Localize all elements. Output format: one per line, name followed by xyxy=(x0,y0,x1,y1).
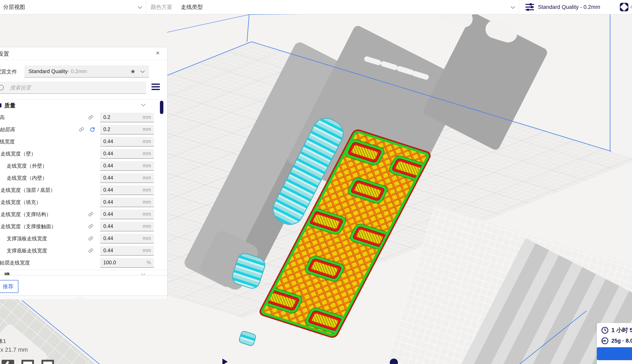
print-settings-panel: 设置 × 配置文件 Standard Quality - 0.2mm ★ 质量 … xyxy=(0,47,167,299)
chevron-down-icon xyxy=(138,4,142,8)
setting-input[interactable]: 0.44mm xyxy=(100,137,154,146)
setting-unit: mm xyxy=(142,138,151,144)
setting-label: 走线宽度（顶层 / 底层） xyxy=(1,187,55,194)
setting-label: 走线宽度（支撑接触面） xyxy=(1,223,56,230)
setting-value: 100.0 xyxy=(103,260,116,266)
setting-input[interactable]: 0.44mm xyxy=(100,246,154,256)
chevron-down-icon xyxy=(511,4,515,8)
star-icon[interactable]: ★ xyxy=(130,68,136,75)
cura-preview-window: 体1 x 21.7 mm 1 小时 51 25g · 8.07m 设置 × 配置… xyxy=(0,0,632,364)
setting-unit: % xyxy=(147,260,151,266)
setting-value: 0.44 xyxy=(103,150,113,156)
setting-value: 0.2 xyxy=(103,126,110,132)
setting-value: 0.44 xyxy=(103,236,113,241)
view-box-icon[interactable] xyxy=(22,360,34,364)
settings-title: 设置 xyxy=(0,50,9,58)
link-icon xyxy=(88,248,94,253)
setting-row: 走线宽度（顶层 / 底层）0.44mm xyxy=(0,184,167,196)
model-pocket xyxy=(346,176,389,204)
view-cube-icon[interactable] xyxy=(2,360,14,364)
setting-label: 走线宽度（填充） xyxy=(1,199,41,206)
color-scheme-dropdown[interactable]: 颜色方案 走线类型 xyxy=(146,0,519,14)
setting-value: 0.44 xyxy=(103,248,113,253)
setting-unit: mm xyxy=(142,114,151,120)
profile-name: Standard Quality xyxy=(29,68,68,74)
setting-row: 走线宽度（壁）0.44mm xyxy=(0,148,167,160)
setting-input[interactable]: 0.44mm xyxy=(100,222,154,231)
setting-unit: mm xyxy=(142,211,151,217)
profile-variant: - 0.2mm xyxy=(68,68,87,74)
setting-row: 起始层高0.2mm xyxy=(0,123,167,136)
section-quality[interactable]: 质量 xyxy=(0,100,167,111)
panel-resize-handle[interactable]: ··· xyxy=(0,295,167,299)
section-walls[interactable]: 墙 xyxy=(0,270,167,275)
link-icon xyxy=(88,114,94,120)
setting-value: 0.44 xyxy=(103,199,113,205)
setting-unit: mm xyxy=(142,223,151,229)
setting-row: 层高0.2mm xyxy=(0,111,167,123)
setting-unit: mm xyxy=(142,199,151,205)
support-block-small xyxy=(238,330,257,347)
setting-row: 走线宽度（外壁）0.44mm xyxy=(0,160,167,172)
close-icon[interactable]: × xyxy=(156,49,160,57)
setting-input[interactable]: 0.44mm xyxy=(100,185,154,195)
setting-input[interactable]: 0.44mm xyxy=(100,210,154,219)
model-pocket xyxy=(303,307,346,335)
save-to-disk-button[interactable] xyxy=(597,347,632,360)
setting-unit: mm xyxy=(142,163,151,168)
setting-input[interactable]: 0.44mm xyxy=(100,173,154,183)
setting-label: 支撑底板走线宽度 xyxy=(7,247,47,254)
setting-row: 起始层走线宽度100.0% xyxy=(0,256,167,269)
link-icon xyxy=(79,126,84,132)
setting-row: 走线宽度（填充）0.44mm xyxy=(0,196,167,208)
setting-input[interactable]: 0.44mm xyxy=(100,161,154,171)
view-mode-value: 分层视图 xyxy=(3,4,25,11)
recommended-mode-button[interactable]: 推荐 xyxy=(0,280,19,293)
setting-value: 0.44 xyxy=(103,223,113,229)
settings-menu-icon[interactable] xyxy=(151,84,160,92)
play-button[interactable] xyxy=(223,358,228,364)
setting-unit: mm xyxy=(142,126,151,132)
profile-label: 配置文件 xyxy=(0,68,17,75)
infill-percent: 4 xyxy=(630,4,632,10)
setting-label: 走线宽度（外壁） xyxy=(7,162,47,169)
link-icon xyxy=(88,236,94,241)
setting-value: 0.2 xyxy=(103,114,110,120)
setting-label: 层高 xyxy=(0,114,5,121)
setting-unit: mm xyxy=(142,175,151,181)
profile-dropdown[interactable]: Standard Quality - 0.2mm ★ xyxy=(25,66,149,78)
setting-row: 走线宽度（内壁）0.44mm xyxy=(0,172,167,184)
setting-unit: mm xyxy=(142,187,151,193)
build-volume-edge xyxy=(167,14,249,32)
infill-icon xyxy=(619,2,629,12)
setting-unit: mm xyxy=(142,150,151,156)
setting-input[interactable]: 0.44mm xyxy=(100,149,154,159)
sliders-icon xyxy=(525,3,534,11)
setting-value: 0.44 xyxy=(103,138,113,144)
chevron-down-icon xyxy=(141,272,145,275)
clock-icon xyxy=(601,327,608,334)
build-volume-edge xyxy=(247,14,250,42)
setting-value: 0.44 xyxy=(103,163,113,168)
build-volume-edge xyxy=(610,12,610,152)
setting-input[interactable]: 0.44mm xyxy=(100,234,154,244)
color-scheme-value: 走线类型 xyxy=(181,4,203,11)
link-icon xyxy=(88,224,94,229)
print-time: 1 小时 51 xyxy=(611,326,632,334)
view-box2-icon[interactable] xyxy=(42,360,54,364)
setting-unit: mm xyxy=(142,236,151,241)
active-profile-summary: Standard Quality - 0.2mm xyxy=(538,4,600,10)
quality-icon xyxy=(0,103,2,108)
search-icon xyxy=(0,85,4,90)
setting-row: 走线宽度（支撑结构）0.44mm xyxy=(0,208,167,220)
setting-input[interactable]: 100.0% xyxy=(100,258,154,268)
setting-input[interactable]: 0.2mm xyxy=(100,113,154,122)
view-mode-dropdown[interactable]: 分层视图 xyxy=(0,0,146,14)
setting-input[interactable]: 0.2mm xyxy=(100,125,154,134)
chevron-down-icon xyxy=(140,68,145,73)
print-settings-toggle[interactable]: Standard Quality - 0.2mm 4 xyxy=(519,0,632,14)
setting-input[interactable]: 0.44mm xyxy=(100,198,154,207)
reset-icon[interactable] xyxy=(90,126,95,132)
setting-label: 起始层走线宽度 xyxy=(0,260,30,266)
search-input[interactable] xyxy=(10,83,136,92)
